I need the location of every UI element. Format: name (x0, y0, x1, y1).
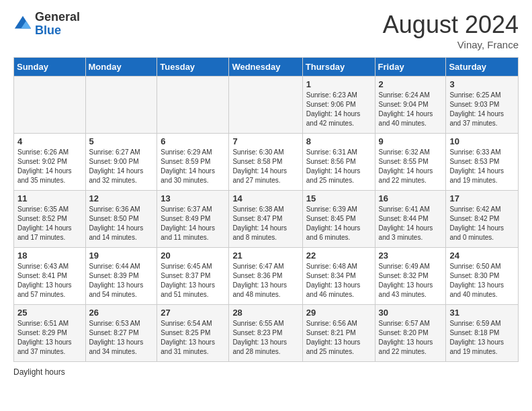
calendar-cell: 1Sunrise: 6:23 AM Sunset: 9:06 PM Daylig… (302, 77, 375, 134)
day-info: Sunrise: 6:31 AM Sunset: 8:56 PM Dayligh… (306, 148, 371, 185)
page-header: General Blue August 2024 Vinay, France (13, 11, 519, 50)
day-info: Sunrise: 6:32 AM Sunset: 8:55 PM Dayligh… (379, 148, 443, 185)
day-info: Sunrise: 6:33 AM Sunset: 8:53 PM Dayligh… (449, 148, 515, 185)
calendar-cell: 30Sunrise: 6:57 AM Sunset: 8:20 PM Dayli… (375, 305, 446, 362)
daylight-hours-label: Daylight hours (13, 367, 65, 377)
day-number: 17 (449, 193, 515, 203)
calendar-cell: 8Sunrise: 6:31 AM Sunset: 8:56 PM Daylig… (302, 134, 375, 191)
day-header-tuesday: Tuesday (157, 58, 229, 77)
day-number: 22 (306, 250, 371, 261)
calendar-cell: 12Sunrise: 6:36 AM Sunset: 8:50 PM Dayli… (85, 191, 157, 248)
day-info: Sunrise: 6:41 AM Sunset: 8:44 PM Dayligh… (379, 205, 443, 242)
day-info: Sunrise: 6:50 AM Sunset: 8:30 PM Dayligh… (449, 262, 515, 300)
calendar-cell: 11Sunrise: 6:35 AM Sunset: 8:52 PM Dayli… (14, 191, 86, 248)
calendar-week-row: 25Sunrise: 6:51 AM Sunset: 8:29 PM Dayli… (14, 305, 519, 362)
day-header-saturday: Saturday (446, 58, 519, 77)
calendar-cell: 23Sunrise: 6:49 AM Sunset: 8:32 PM Dayli… (375, 248, 446, 305)
calendar-week-row: 4Sunrise: 6:26 AM Sunset: 9:02 PM Daylig… (14, 134, 519, 191)
day-number: 29 (306, 308, 371, 318)
calendar-cell (14, 77, 86, 134)
day-header-thursday: Thursday (302, 58, 375, 77)
day-info: Sunrise: 6:47 AM Sunset: 8:36 PM Dayligh… (232, 262, 298, 300)
day-info: Sunrise: 6:39 AM Sunset: 8:45 PM Dayligh… (306, 205, 371, 242)
day-number: 31 (449, 308, 515, 318)
day-header-wednesday: Wednesday (229, 58, 302, 77)
day-number: 2 (379, 79, 443, 89)
day-info: Sunrise: 6:36 AM Sunset: 8:50 PM Dayligh… (89, 205, 154, 242)
day-number: 18 (17, 250, 82, 261)
day-number: 1 (306, 79, 371, 89)
day-number: 7 (232, 136, 298, 146)
day-number: 3 (449, 79, 515, 89)
calendar-cell (229, 77, 302, 134)
calendar-cell: 13Sunrise: 6:37 AM Sunset: 8:49 PM Dayli… (157, 191, 229, 248)
calendar-cell: 16Sunrise: 6:41 AM Sunset: 8:44 PM Dayli… (375, 191, 446, 248)
day-info: Sunrise: 6:57 AM Sunset: 8:20 PM Dayligh… (379, 319, 443, 357)
calendar-cell: 25Sunrise: 6:51 AM Sunset: 8:29 PM Dayli… (14, 305, 86, 362)
calendar-cell: 17Sunrise: 6:42 AM Sunset: 8:42 PM Dayli… (446, 191, 519, 248)
day-number: 28 (232, 308, 298, 318)
day-number: 5 (89, 136, 154, 146)
calendar-cell: 4Sunrise: 6:26 AM Sunset: 9:02 PM Daylig… (14, 134, 86, 191)
calendar-week-row: 11Sunrise: 6:35 AM Sunset: 8:52 PM Dayli… (14, 191, 519, 248)
day-number: 25 (17, 308, 82, 318)
day-number: 11 (17, 193, 82, 203)
calendar-cell: 3Sunrise: 6:25 AM Sunset: 9:03 PM Daylig… (446, 77, 519, 134)
calendar-cell: 7Sunrise: 6:30 AM Sunset: 8:58 PM Daylig… (229, 134, 302, 191)
day-number: 30 (379, 308, 443, 318)
calendar-cell: 22Sunrise: 6:48 AM Sunset: 8:34 PM Dayli… (302, 248, 375, 305)
day-number: 23 (379, 250, 443, 261)
calendar-cell: 20Sunrise: 6:45 AM Sunset: 8:37 PM Dayli… (157, 248, 229, 305)
day-header-sunday: Sunday (14, 58, 86, 77)
logo: General Blue (13, 11, 80, 38)
day-number: 13 (161, 193, 225, 203)
day-info: Sunrise: 6:24 AM Sunset: 9:04 PM Dayligh… (379, 91, 443, 128)
calendar-cell: 28Sunrise: 6:55 AM Sunset: 8:23 PM Dayli… (229, 305, 302, 362)
day-number: 8 (306, 136, 371, 146)
day-number: 27 (161, 308, 225, 318)
day-info: Sunrise: 6:54 AM Sunset: 8:25 PM Dayligh… (161, 319, 225, 357)
calendar-cell: 15Sunrise: 6:39 AM Sunset: 8:45 PM Dayli… (302, 191, 375, 248)
day-number: 12 (89, 193, 154, 203)
day-header-friday: Friday (375, 58, 446, 77)
day-info: Sunrise: 6:38 AM Sunset: 8:47 PM Dayligh… (232, 205, 298, 242)
day-info: Sunrise: 6:23 AM Sunset: 9:06 PM Dayligh… (306, 91, 371, 128)
day-info: Sunrise: 6:42 AM Sunset: 8:42 PM Dayligh… (449, 205, 515, 242)
day-info: Sunrise: 6:26 AM Sunset: 9:02 PM Dayligh… (17, 148, 82, 185)
calendar-cell: 31Sunrise: 6:59 AM Sunset: 8:18 PM Dayli… (446, 305, 519, 362)
logo-icon (13, 15, 32, 34)
calendar-cell: 24Sunrise: 6:50 AM Sunset: 8:30 PM Dayli… (446, 248, 519, 305)
calendar-cell: 9Sunrise: 6:32 AM Sunset: 8:55 PM Daylig… (375, 134, 446, 191)
day-number: 15 (306, 193, 371, 203)
calendar-table: SundayMondayTuesdayWednesdayThursdayFrid… (13, 57, 519, 362)
day-info: Sunrise: 6:59 AM Sunset: 8:18 PM Dayligh… (449, 319, 515, 357)
day-number: 24 (449, 250, 515, 261)
day-info: Sunrise: 6:25 AM Sunset: 9:03 PM Dayligh… (449, 91, 515, 128)
calendar-cell (157, 77, 229, 134)
calendar-cell: 19Sunrise: 6:44 AM Sunset: 8:39 PM Dayli… (85, 248, 157, 305)
day-info: Sunrise: 6:27 AM Sunset: 9:00 PM Dayligh… (89, 148, 154, 185)
day-info: Sunrise: 6:56 AM Sunset: 8:21 PM Dayligh… (306, 319, 371, 357)
calendar-cell: 5Sunrise: 6:27 AM Sunset: 9:00 PM Daylig… (85, 134, 157, 191)
day-info: Sunrise: 6:51 AM Sunset: 8:29 PM Dayligh… (17, 319, 82, 357)
calendar-cell: 6Sunrise: 6:29 AM Sunset: 8:59 PM Daylig… (157, 134, 229, 191)
calendar-cell (85, 77, 157, 134)
day-number: 6 (161, 136, 225, 146)
calendar-cell: 27Sunrise: 6:54 AM Sunset: 8:25 PM Dayli… (157, 305, 229, 362)
day-info: Sunrise: 6:49 AM Sunset: 8:32 PM Dayligh… (379, 262, 443, 300)
day-info: Sunrise: 6:35 AM Sunset: 8:52 PM Dayligh… (17, 205, 82, 242)
calendar-week-row: 18Sunrise: 6:43 AM Sunset: 8:41 PM Dayli… (14, 248, 519, 305)
day-info: Sunrise: 6:53 AM Sunset: 8:27 PM Dayligh… (89, 319, 154, 357)
day-info: Sunrise: 6:55 AM Sunset: 8:23 PM Dayligh… (232, 319, 298, 357)
logo-blue: Blue (35, 24, 61, 37)
month-year: August 2024 (383, 11, 519, 39)
calendar-cell: 29Sunrise: 6:56 AM Sunset: 8:21 PM Dayli… (302, 305, 375, 362)
calendar-cell: 14Sunrise: 6:38 AM Sunset: 8:47 PM Dayli… (229, 191, 302, 248)
title-block: August 2024 Vinay, France (383, 11, 519, 50)
location: Vinay, France (383, 39, 519, 50)
day-number: 16 (379, 193, 443, 203)
day-number: 10 (449, 136, 515, 146)
day-info: Sunrise: 6:44 AM Sunset: 8:39 PM Dayligh… (89, 262, 154, 300)
calendar-week-row: 1Sunrise: 6:23 AM Sunset: 9:06 PM Daylig… (14, 77, 519, 134)
calendar-header-row: SundayMondayTuesdayWednesdayThursdayFrid… (14, 58, 519, 77)
